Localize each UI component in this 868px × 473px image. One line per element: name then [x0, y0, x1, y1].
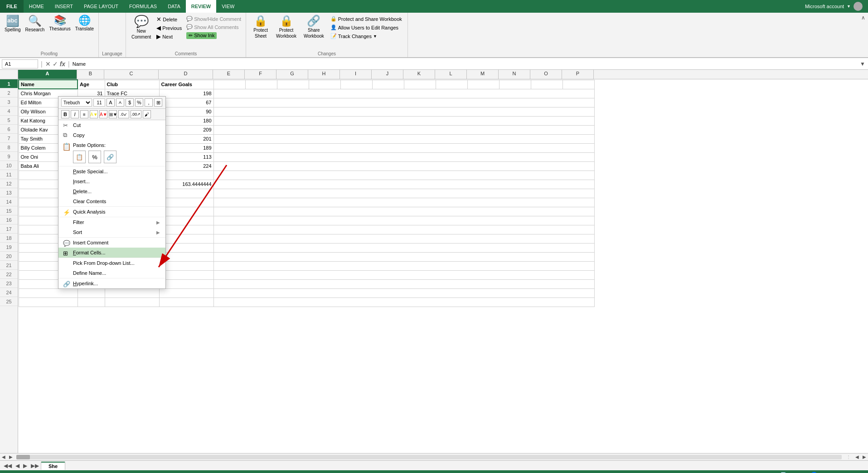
row-num-23[interactable]: 23 — [0, 279, 18, 288]
col-header-l[interactable]: L — [435, 70, 467, 79]
row-num-2[interactable]: 2 — [0, 88, 18, 98]
col-header-e[interactable]: E — [213, 70, 245, 79]
row-num-25[interactable]: 25 — [0, 297, 18, 306]
col-header-a[interactable]: A — [18, 70, 77, 79]
row-num-3[interactable]: 3 — [0, 98, 18, 107]
cell-m1[interactable] — [467, 80, 499, 89]
cell-g1[interactable] — [277, 80, 309, 89]
ctx-delete[interactable]: Delete... — [58, 186, 165, 196]
ctx-paste-special[interactable]: Paste Special... — [58, 166, 165, 176]
ribbon-collapse-button[interactable]: ∧ — [858, 13, 868, 23]
protect-workbook-button[interactable]: 🔒 ProtectWorkbook — [273, 15, 299, 40]
ctx-copy[interactable]: ⧉ Copy — [58, 130, 165, 140]
row-num-10[interactable]: 10 — [0, 161, 18, 170]
row-num-6[interactable]: 6 — [0, 125, 18, 134]
cell-d5[interactable]: 180 — [159, 116, 213, 125]
row-num-1[interactable]: 1 — [0, 79, 18, 88]
protect-sheet-button[interactable]: 🔒 ProtectSheet — [250, 15, 272, 40]
ctx-define-name[interactable]: Define Name... — [58, 268, 165, 278]
cell-d6[interactable]: 209 — [159, 125, 213, 134]
allow-users-button[interactable]: 👤 Allow Users to Edit Ranges — [329, 24, 404, 31]
cell-a1[interactable]: Name — [19, 80, 78, 89]
row-num-18[interactable]: 18 — [0, 234, 18, 243]
new-comment-button[interactable]: 💬 NewComment — [129, 15, 154, 41]
row-num-14[interactable]: 14 — [0, 197, 18, 206]
col-header-m[interactable]: M — [467, 70, 499, 79]
row-num-16[interactable]: 16 — [0, 215, 18, 224]
cell-d8[interactable]: 189 — [159, 143, 213, 152]
cell-d1[interactable]: Career Goals — [159, 80, 213, 89]
function-icon[interactable]: fx — [60, 60, 65, 68]
cell-i1[interactable] — [340, 80, 372, 89]
col-header-f[interactable]: F — [245, 70, 276, 79]
ctx-format-cells[interactable]: ⊞ Format Cells... — [58, 248, 165, 258]
paint-btn[interactable]: 🖌 — [143, 110, 151, 118]
font-name-select[interactable]: Trebuch — [61, 98, 92, 107]
ctx-cut[interactable]: ✂ Cut — [58, 120, 165, 130]
cell-j1[interactable] — [372, 80, 404, 89]
row-num-5[interactable]: 5 — [0, 116, 18, 125]
cell-ref-box[interactable] — [2, 59, 38, 68]
row-num-4[interactable]: 4 — [0, 107, 18, 116]
cell-h1[interactable] — [309, 80, 340, 89]
col-header-b[interactable]: B — [77, 70, 104, 79]
tab-data[interactable]: DATA — [162, 0, 186, 13]
cell-d12[interactable]: 163.4444444 — [159, 180, 213, 189]
ctx-insert-comment[interactable]: 💬 Insert Comment — [58, 237, 165, 248]
spelling-button[interactable]: 🔤 Spelling — [3, 15, 23, 33]
ctx-hyperlink[interactable]: 🔗 Hyperlink... — [58, 278, 165, 288]
cell-k1[interactable] — [404, 80, 436, 89]
cell-d4[interactable]: 90 — [159, 107, 213, 116]
delete-button[interactable]: ✕ Delete — [155, 15, 184, 23]
row-num-12[interactable]: 12 — [0, 179, 18, 188]
row-num-21[interactable]: 21 — [0, 261, 18, 270]
currency-btn[interactable]: $ — [126, 98, 134, 107]
row-num-24[interactable]: 24 — [0, 288, 18, 297]
tab-insert[interactable]: INSERT — [49, 0, 78, 13]
border-btn[interactable]: ⊞▼ — [109, 110, 117, 118]
cell-b1[interactable]: Age — [78, 80, 105, 89]
row-num-7[interactable]: 7 — [0, 134, 18, 143]
cell-o1[interactable] — [531, 80, 563, 89]
ctx-filter[interactable]: Filter ▶ — [58, 217, 165, 227]
row-num-15[interactable]: 15 — [0, 206, 18, 215]
row-num-13[interactable]: 13 — [0, 188, 18, 197]
tab-review[interactable]: REVIEW — [186, 0, 216, 13]
tab-home[interactable]: HOME — [24, 0, 49, 13]
confirm-icon[interactable]: ✓ — [53, 60, 58, 68]
next-button[interactable]: ▶ Next — [155, 33, 184, 40]
bold-btn[interactable]: B — [61, 110, 69, 118]
align-btn[interactable]: ≡ — [80, 110, 88, 118]
font-color-btn[interactable]: A▼ — [99, 110, 107, 118]
font-size-inc[interactable]: A — [107, 98, 115, 107]
cell-e1[interactable] — [213, 80, 245, 89]
row-num-19[interactable]: 19 — [0, 243, 18, 252]
sheet-nav-left[interactable]: ◀◀ — [2, 463, 14, 469]
cell-p1[interactable] — [563, 80, 594, 89]
ctx-insert[interactable]: Insert... — [58, 176, 165, 186]
cell-f1[interactable] — [245, 80, 277, 89]
row-num-20[interactable]: 20 — [0, 252, 18, 261]
show-all-comments-button[interactable]: 💬 Show All Comments — [184, 24, 243, 30]
cell-l1[interactable] — [436, 80, 467, 89]
tab-view[interactable]: VIEW — [216, 0, 240, 13]
share-workbook-button[interactable]: 🔗 ShareWorkbook — [301, 15, 327, 40]
col-header-h[interactable]: H — [308, 70, 340, 79]
cell-d10[interactable]: 224 — [159, 161, 213, 171]
track-changes-button[interactable]: 📝 Track Changes ▼ — [329, 33, 404, 39]
format-btn[interactable]: ⊞ — [154, 98, 162, 107]
col-header-o[interactable]: O — [530, 70, 562, 79]
previous-button[interactable]: ◀ Previous — [155, 24, 184, 32]
font-size-dec[interactable]: A — [116, 98, 124, 107]
tab-formulas[interactable]: FORMULAS — [124, 0, 162, 13]
cancel-icon[interactable]: ✕ — [45, 60, 51, 68]
col-header-c[interactable]: C — [104, 70, 159, 79]
paste-option-3[interactable]: 🔗 — [104, 151, 116, 163]
translate-button[interactable]: 🌐 Translate — [73, 15, 96, 32]
horizontal-scrollbar[interactable]: ◀ ▶ ⋮ ◀ ▶ — [0, 453, 868, 460]
ctx-clear-contents[interactable]: Clear Contents — [58, 196, 165, 206]
inc-decimal-btn[interactable]: .00↗ — [131, 110, 141, 118]
cell-d7[interactable]: 201 — [159, 134, 213, 143]
row-num-8[interactable]: 8 — [0, 143, 18, 152]
tab-file[interactable]: FILE — [0, 0, 24, 13]
